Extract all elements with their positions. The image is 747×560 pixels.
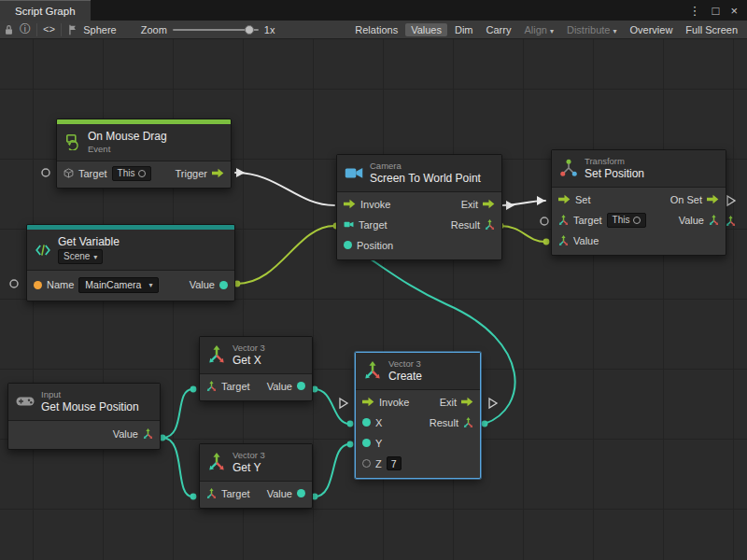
- vector3-port-icon[interactable]: [206, 488, 217, 499]
- port-label-invoke: Invoke: [379, 397, 409, 408]
- node-on-mouse-drag[interactable]: On Mouse Drag Event Target This Trigger: [56, 119, 232, 189]
- vector3-port-icon[interactable]: [143, 428, 153, 440]
- variable-icon: [35, 242, 51, 259]
- unconnected-flow-port[interactable]: [340, 399, 347, 408]
- port-label-result: Result: [430, 417, 458, 428]
- wire-arrowhead: [236, 168, 245, 177]
- graph-owner-label[interactable]: Sphere: [83, 24, 116, 35]
- chevron-down-icon: ▾: [550, 27, 554, 35]
- graph-toolbar: ⓘ <> Sphere Zoom 1x Relations Values Dim…: [0, 21, 747, 39]
- vector3-port-icon[interactable]: [485, 219, 495, 231]
- lock-icon[interactable]: [4, 24, 14, 35]
- distribute-dropdown[interactable]: Distribute ▾: [561, 23, 623, 36]
- unconnected-port-circle[interactable]: [42, 169, 49, 176]
- port-label-target: Target: [78, 168, 107, 179]
- wire-endpoint: [543, 239, 550, 245]
- flow-arrow-icon[interactable]: [362, 397, 374, 407]
- wire-getx-to-createx[interactable]: [315, 389, 349, 424]
- node-category: Vector 3: [233, 450, 265, 460]
- flow-arrow-icon[interactable]: [461, 397, 473, 407]
- port-label-position: Position: [357, 240, 393, 251]
- dim-button[interactable]: Dim: [449, 23, 479, 36]
- menu-icon[interactable]: ⋮: [689, 4, 701, 18]
- flow-arrow-icon[interactable]: [483, 199, 495, 209]
- flow-arrow-icon[interactable]: [707, 194, 719, 204]
- port-label-value-out: Value: [679, 215, 704, 226]
- node-screen-to-world-point[interactable]: Camera Screen To World Point Invoke Exit…: [336, 154, 502, 260]
- close-icon[interactable]: ×: [730, 4, 738, 18]
- node-title: Get Variable: [58, 235, 120, 248]
- unconnected-port-circle[interactable]: [541, 217, 548, 225]
- tab-title: Script Graph: [15, 6, 76, 17]
- node-title: Get Y: [233, 461, 265, 474]
- camera-type-icon[interactable]: [344, 219, 354, 230]
- port-label-value-in: Value: [573, 235, 599, 246]
- z-value-field[interactable]: 7: [387, 456, 402, 470]
- vector3-port-icon[interactable]: [558, 235, 569, 246]
- wire-arrowhead: [537, 196, 545, 205]
- flow-arrow-icon[interactable]: [558, 194, 571, 204]
- node-get-mouse-position[interactable]: Input Get Mouse Position Value: [7, 383, 161, 450]
- node-get-y[interactable]: Vector 3 Get Y Target Value: [199, 443, 313, 509]
- node-create-vector3[interactable]: Vector 3 Create Invoke Exit X Result: [355, 352, 481, 479]
- unconnected-flow-port[interactable]: [489, 399, 497, 408]
- wire-gety-to-createy[interactable]: [315, 444, 349, 497]
- value-output-port[interactable]: [297, 489, 305, 497]
- port-label-value: Value: [113, 428, 138, 440]
- this-chip[interactable]: This: [112, 166, 152, 181]
- code-icon[interactable]: <>: [43, 24, 55, 35]
- tab-script-graph[interactable]: Script Graph: [0, 0, 91, 21]
- port-label-exit: Exit: [461, 199, 478, 210]
- values-button[interactable]: Values: [405, 23, 447, 36]
- port-label-value: Value: [267, 381, 292, 392]
- value-output-port[interactable]: [297, 382, 305, 390]
- info-icon[interactable]: ⓘ: [20, 21, 31, 37]
- graph-canvas[interactable]: On Mouse Drag Event Target This Trigger: [0, 39, 747, 560]
- variable-name-dropdown[interactable]: MainCamera▾: [78, 277, 159, 293]
- zoom-value: 1x: [264, 24, 275, 35]
- y-input-port[interactable]: [362, 439, 371, 447]
- port-label-name: Name: [47, 279, 74, 290]
- string-port[interactable]: [34, 281, 42, 289]
- port-label-x: X: [375, 417, 382, 428]
- vector3-port-icon[interactable]: [558, 215, 569, 226]
- flow-arrow-icon[interactable]: [344, 199, 356, 209]
- z-input-port[interactable]: [362, 459, 371, 468]
- vector3-port-icon[interactable]: [726, 216, 735, 226]
- flow-arrow-icon[interactable]: [212, 168, 224, 178]
- node-get-x[interactable]: Vector 3 Get X Target Value: [199, 336, 313, 401]
- relations-button[interactable]: Relations: [349, 23, 403, 36]
- vector3-icon: [207, 345, 226, 364]
- wire-variable-to-target[interactable]: [237, 226, 334, 284]
- unconnected-flow-port[interactable]: [727, 196, 735, 205]
- wire-result-to-value[interactable]: [500, 226, 545, 242]
- this-chip[interactable]: This: [607, 213, 647, 228]
- port-label-target: Target: [221, 381, 250, 392]
- vector3-port-icon[interactable]: [463, 417, 473, 428]
- zoom-slider-handle[interactable]: [245, 25, 254, 35]
- x-input-port[interactable]: [362, 418, 371, 427]
- wire-mouse-to-gety[interactable]: [162, 438, 192, 497]
- overview-button[interactable]: Overview: [625, 23, 679, 36]
- node-title: On Mouse Drag: [88, 130, 167, 143]
- unconnected-port-circle[interactable]: [10, 280, 18, 287]
- fullscreen-button[interactable]: Full Screen: [680, 23, 743, 36]
- port-label-result: Result: [451, 219, 480, 231]
- maximize-icon[interactable]: □: [712, 4, 720, 18]
- position-input-port[interactable]: [344, 241, 352, 249]
- align-dropdown[interactable]: Align ▾: [518, 23, 559, 36]
- carry-button[interactable]: Carry: [481, 23, 517, 36]
- port-label-z: Z: [375, 458, 382, 469]
- value-output-port[interactable]: [219, 281, 228, 289]
- zoom-slider[interactable]: [173, 29, 259, 31]
- wire-mouse-to-getx[interactable]: [162, 389, 192, 438]
- window-controls: ⋮ □ ×: [689, 0, 747, 21]
- node-set-position[interactable]: Transform Set Position Set On Set Target…: [551, 149, 726, 256]
- vector3-port-icon[interactable]: [206, 381, 217, 392]
- wire-trigger-to-invoke[interactable]: [235, 173, 334, 205]
- toolbar-divider: [61, 23, 62, 36]
- node-title: Create: [388, 370, 422, 383]
- variable-scope-dropdown[interactable]: Scene▾: [58, 249, 103, 264]
- vector3-port-icon[interactable]: [709, 215, 719, 226]
- node-get-variable[interactable]: Get Variable Scene▾ Name MainCamera▾ Val…: [26, 224, 235, 301]
